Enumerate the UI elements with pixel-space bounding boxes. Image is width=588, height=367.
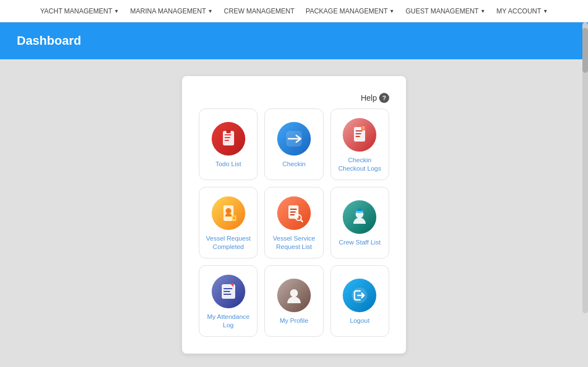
svg-text:★: ★ — [232, 216, 236, 220]
svg-rect-7 — [356, 130, 362, 131]
svg-rect-2 — [225, 137, 230, 138]
nav-crew-management[interactable]: CREW MANAGEMENT — [218, 0, 300, 22]
svg-point-29 — [290, 289, 298, 297]
icon-grid: Todo ListCheckin☰Checkin Checkout Logs★V… — [199, 109, 389, 337]
nav-marina-management[interactable]: MARINA MANAGEMENT ▼ — [125, 0, 218, 22]
tile-logout[interactable]: Logout — [330, 265, 389, 337]
svg-line-21 — [301, 220, 302, 222]
tile-todo-list[interactable]: Todo List — [199, 109, 258, 180]
tile-my-attendance-log[interactable]: My Attendance Log — [199, 265, 258, 337]
dashboard-card: Help ? Todo ListCheckin☰Checkin Checkout… — [182, 76, 406, 354]
svg-rect-8 — [356, 133, 361, 134]
nav-package-management[interactable]: PACKAGE MANAGEMENT ▼ — [300, 0, 400, 22]
tile-label-my-attendance-log: My Attendance Log — [204, 313, 253, 330]
dashboard-header: Dashboard — [0, 22, 588, 59]
tile-label-todo-list: Todo List — [216, 160, 241, 168]
chevron-down-icon: ▼ — [208, 8, 213, 14]
svg-rect-24 — [357, 209, 362, 211]
scrollbar-thumb[interactable] — [582, 28, 588, 73]
tile-checkin[interactable]: Checkin — [264, 109, 323, 180]
nav-yacht-management[interactable]: YACHT MANAGEMENT ▼ — [35, 0, 125, 22]
help-row: Help ? — [199, 93, 389, 103]
tile-label-logout: Logout — [350, 317, 370, 325]
svg-rect-26 — [223, 288, 232, 289]
svg-point-13 — [226, 208, 231, 214]
svg-rect-28 — [223, 294, 231, 295]
tile-vessel-request-completed[interactable]: ★Vessel Request Completed — [199, 187, 258, 258]
tile-label-checkin: Checkin — [282, 160, 306, 168]
tile-checkin-checkout-logs[interactable]: ☰Checkin Checkout Logs — [330, 109, 389, 180]
tile-label-crew-staff-list: Crew Staff List — [339, 238, 381, 247]
tile-label-vessel-request-completed: Vessel Request Completed — [204, 234, 253, 251]
svg-rect-19 — [290, 214, 295, 215]
svg-rect-18 — [290, 211, 296, 213]
main-content: Help ? Todo ListCheckin☰Checkin Checkout… — [0, 59, 588, 367]
chevron-down-icon: ▼ — [389, 8, 394, 14]
chevron-down-icon: ▼ — [543, 8, 548, 14]
svg-rect-1 — [225, 134, 231, 135]
help-icon[interactable]: ? — [379, 93, 389, 103]
scrollbar-track — [582, 22, 588, 313]
svg-rect-4 — [226, 130, 231, 133]
tile-vessel-service-request-list[interactable]: Vessel Service Request List — [264, 187, 323, 258]
tile-label-my-profile: My Profile — [279, 317, 308, 325]
chevron-down-icon: ▼ — [114, 8, 119, 14]
chevron-down-icon: ▼ — [480, 8, 486, 14]
tile-my-profile[interactable]: My Profile — [264, 265, 323, 337]
page-title: Dashboard — [17, 34, 81, 48]
svg-text:☰: ☰ — [362, 126, 365, 130]
tile-label-checkin-checkout-logs: Checkin Checkout Logs — [335, 156, 384, 173]
svg-rect-27 — [223, 291, 230, 292]
nav-my-account[interactable]: MY ACCOUNT ▼ — [491, 0, 554, 22]
nav-guest-management[interactable]: GUEST MANAGEMENT ▼ — [400, 0, 491, 22]
tile-label-vessel-service-request-list: Vessel Service Request List — [269, 234, 318, 251]
svg-rect-9 — [356, 136, 360, 137]
svg-rect-17 — [290, 209, 297, 210]
help-label: Help — [361, 93, 377, 102]
main-nav: YACHT MANAGEMENT ▼ MARINA MANAGEMENT ▼ C… — [0, 0, 588, 22]
svg-rect-3 — [225, 140, 229, 141]
tile-crew-staff-list[interactable]: Crew Staff List — [330, 187, 389, 258]
